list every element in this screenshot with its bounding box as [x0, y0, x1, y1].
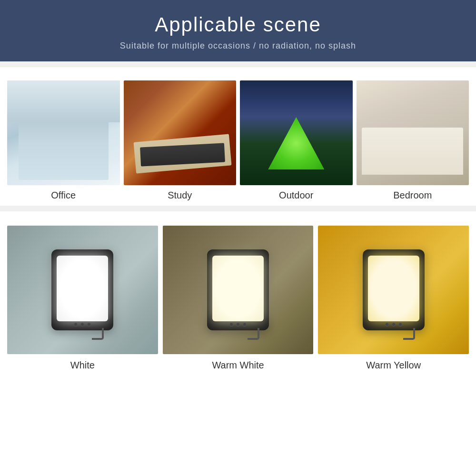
color-item-warm-yellow: Warm Yellow	[318, 226, 469, 371]
divider-2	[0, 206, 476, 211]
lamp-device-warm-yellow	[363, 249, 425, 330]
lamp-btn-8	[392, 323, 396, 327]
scene-item-bedroom: Bedroom	[357, 80, 469, 201]
lamp-buttons-white	[74, 323, 91, 327]
lamp-btn-7	[385, 323, 389, 327]
lamp-btn-3	[87, 323, 91, 327]
lamp-buttons-warm-white	[229, 323, 247, 327]
color-label-warm-yellow: Warm Yellow	[366, 360, 421, 371]
header-section: Applicable scene Suitable for multiple o…	[0, 0, 476, 61]
lamp-btn-4	[229, 323, 233, 327]
page-wrapper: Applicable scene Suitable for multiple o…	[0, 0, 476, 476]
scene-grid: Office Study Outdoor Bedroom	[5, 80, 471, 201]
lamp-btn-6	[243, 323, 247, 327]
scene-image-study	[124, 80, 237, 185]
scene-label-bedroom: Bedroom	[393, 190, 432, 201]
color-grid: White Warm White	[5, 226, 471, 371]
lamp-btn-5	[236, 323, 240, 327]
scene-section: Office Study Outdoor Bedroom	[0, 67, 476, 206]
scene-item-outdoor: Outdoor	[240, 80, 353, 201]
lamp-device-white	[51, 249, 113, 330]
scene-label-office: Office	[51, 190, 76, 201]
lamp-screen-white	[57, 256, 108, 321]
page-subtitle: Suitable for multiple occasions / no rad…	[10, 41, 466, 51]
scene-image-outdoor	[240, 80, 353, 185]
lamp-cable-white	[92, 328, 104, 340]
color-item-white: White	[7, 226, 158, 371]
lamp-buttons-warm-yellow	[385, 323, 402, 327]
page-title: Applicable scene	[10, 13, 466, 36]
lamp-device-warm-white	[207, 249, 269, 330]
lamp-screen-warm-white	[212, 256, 264, 321]
scene-image-bedroom	[357, 80, 469, 185]
lamp-screen-warm-yellow	[368, 256, 419, 321]
color-image-warm-yellow	[318, 226, 469, 354]
scene-image-office	[7, 80, 120, 185]
scene-item-study: Study	[124, 80, 237, 201]
color-section: White Warm White	[0, 211, 476, 476]
scene-label-study: Study	[168, 190, 192, 201]
scene-item-office: Office	[7, 80, 120, 201]
color-label-white: White	[70, 360, 95, 371]
lamp-btn-2	[80, 323, 84, 327]
color-image-warm-white	[163, 226, 314, 354]
divider-1	[0, 61, 476, 67]
lamp-cable-warm-yellow	[403, 328, 415, 340]
lamp-cable-warm-white	[248, 328, 259, 340]
lamp-btn-9	[398, 323, 402, 327]
lamp-btn-1	[74, 323, 78, 327]
color-label-warm-white: Warm White	[212, 360, 264, 371]
color-item-warm-white: Warm White	[163, 226, 314, 371]
color-image-white	[7, 226, 158, 354]
scene-label-outdoor: Outdoor	[279, 190, 313, 201]
